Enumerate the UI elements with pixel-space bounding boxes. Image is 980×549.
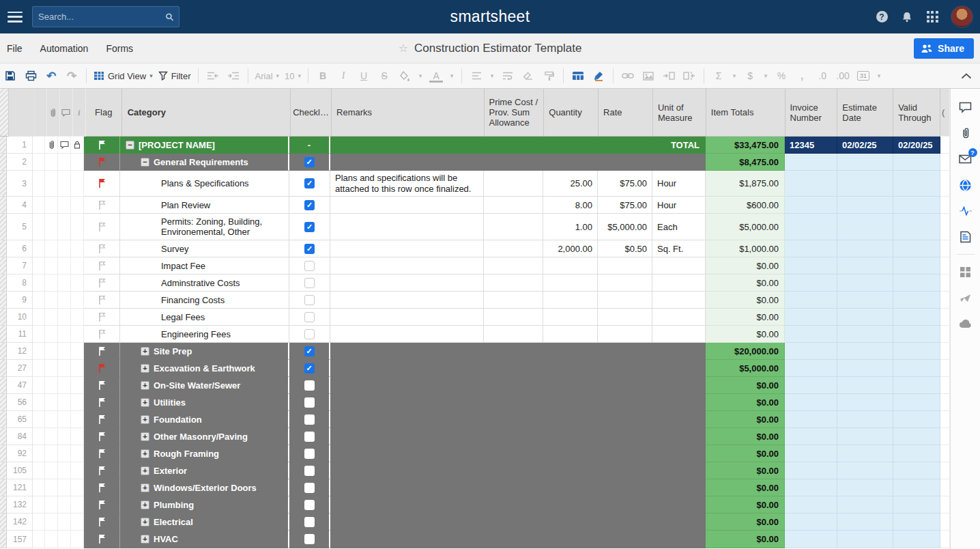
checklist-cell[interactable]: -	[289, 137, 330, 154]
prime-cost-cell[interactable]	[484, 154, 543, 171]
flag-cell[interactable]	[84, 326, 120, 343]
attachments-icon[interactable]	[957, 125, 974, 141]
checkbox-unchecked-icon[interactable]	[304, 278, 315, 288]
unit-of-measure-cell[interactable]	[652, 496, 706, 513]
prime-cost-cell[interactable]	[484, 428, 543, 445]
remarks-cell[interactable]	[330, 326, 484, 343]
remarks-cell[interactable]	[330, 257, 484, 274]
unit-of-measure-cell[interactable]	[652, 309, 706, 326]
estimate-date-cell[interactable]	[837, 326, 893, 343]
row-drag-handle[interactable]	[0, 326, 7, 343]
row-drag-handle[interactable]	[0, 428, 7, 445]
category-cell[interactable]: +Windows/Exterior Doors	[120, 479, 289, 496]
estimate-date-cell[interactable]	[837, 496, 893, 513]
remarks-cell[interactable]	[330, 137, 484, 154]
partial-column-cell[interactable]	[940, 531, 950, 548]
quantity-cell[interactable]	[543, 411, 598, 428]
rate-cell[interactable]: $5,000.00	[598, 214, 652, 240]
row-icon-cell[interactable]	[71, 292, 84, 309]
collapse-toggle-icon[interactable]: −	[126, 141, 134, 150]
header-invoice-number[interactable]: Invoice Number	[786, 89, 838, 137]
bold-icon[interactable]: B	[315, 67, 331, 85]
flag-cell[interactable]	[84, 214, 120, 240]
partial-column-cell[interactable]	[940, 496, 950, 513]
quantity-cell[interactable]	[543, 137, 598, 154]
row-icon-cell[interactable]	[45, 377, 58, 394]
item-total-cell[interactable]: $0.00	[706, 411, 785, 428]
share-button[interactable]: Share	[914, 38, 974, 59]
prime-cost-cell[interactable]	[484, 462, 543, 479]
quantity-cell[interactable]	[543, 154, 598, 171]
header-partial-column[interactable]: (	[940, 89, 950, 137]
row-number[interactable]: 92	[7, 445, 33, 462]
checkbox-unchecked-icon[interactable]	[304, 329, 315, 339]
row-icon-cell[interactable]	[45, 197, 58, 214]
row-icon-cell[interactable]	[58, 309, 71, 326]
prime-cost-cell[interactable]	[484, 531, 543, 548]
item-total-cell[interactable]: $0.00	[706, 496, 785, 513]
unit-of-measure-cell[interactable]	[652, 257, 706, 274]
checklist-cell[interactable]	[289, 274, 330, 292]
prime-cost-cell[interactable]	[484, 496, 543, 513]
remarks-cell[interactable]	[330, 292, 484, 309]
quantity-cell[interactable]: 2,000.00	[543, 240, 598, 257]
invoice-number-cell[interactable]	[785, 171, 837, 197]
valid-through-cell[interactable]	[893, 309, 940, 326]
partial-column-cell[interactable]	[940, 445, 950, 462]
row-icon-cell[interactable]	[71, 343, 84, 360]
row-icon-cell[interactable]	[71, 411, 84, 428]
unit-of-measure-cell[interactable]	[652, 343, 706, 360]
rate-cell[interactable]	[598, 411, 652, 428]
row-drag-handle[interactable]	[0, 309, 7, 326]
send-icon[interactable]	[957, 290, 974, 306]
row-drag-handle[interactable]	[0, 171, 7, 197]
row-spacer-cell[interactable]	[33, 171, 45, 197]
valid-through-cell[interactable]	[893, 154, 940, 171]
collapse-toggle-icon[interactable]: −	[141, 158, 149, 167]
quantity-cell[interactable]	[543, 360, 598, 377]
header-quantity[interactable]: Quantity	[544, 89, 599, 137]
quantity-cell[interactable]: 8.00	[543, 197, 598, 214]
row-icon-cell[interactable]	[45, 428, 58, 445]
rate-cell[interactable]	[598, 428, 652, 445]
row-icon-cell[interactable]	[71, 240, 84, 257]
category-cell[interactable]: Survey	[120, 240, 289, 257]
unit-of-measure-cell[interactable]	[652, 513, 706, 531]
category-cell[interactable]: +Foundation	[120, 411, 289, 428]
item-total-cell[interactable]: $20,000.00	[706, 343, 785, 360]
row-icon-cell[interactable]	[45, 171, 58, 197]
row-spacer-cell[interactable]	[33, 360, 45, 377]
category-cell[interactable]: Engineering Fees	[120, 326, 289, 343]
row-icon-cell[interactable]	[58, 411, 71, 428]
row-spacer-cell[interactable]	[33, 479, 45, 496]
row-spacer-cell[interactable]	[33, 240, 45, 257]
row-spacer-cell[interactable]	[33, 292, 45, 309]
checklist-cell[interactable]	[289, 257, 330, 274]
estimate-date-cell[interactable]	[837, 292, 893, 309]
unit-of-measure-cell[interactable]: Sq. Ft.	[652, 240, 706, 257]
row-icon-cell[interactable]	[58, 496, 71, 513]
expand-toggle-icon[interactable]: +	[141, 535, 149, 544]
quantity-cell[interactable]	[543, 394, 598, 411]
valid-through-cell[interactable]	[893, 214, 940, 240]
invoice-number-cell[interactable]	[785, 479, 837, 496]
unit-of-measure-cell[interactable]	[652, 411, 706, 428]
valid-through-cell[interactable]	[893, 496, 940, 513]
font-color-caret[interactable]: ▾	[448, 67, 455, 85]
quantity-cell[interactable]	[543, 343, 598, 360]
row-drag-handle[interactable]	[0, 513, 7, 531]
checkbox-checked-icon[interactable]: ✓	[304, 178, 315, 188]
row-drag-handle[interactable]	[0, 214, 7, 240]
row-icon-cell[interactable]	[58, 428, 71, 445]
invoice-number-cell[interactable]	[785, 445, 837, 462]
unit-of-measure-cell[interactable]: Each	[652, 214, 706, 240]
font-size-select[interactable]: 10▾	[282, 71, 304, 81]
item-total-cell[interactable]: $5,000.00	[706, 360, 785, 377]
row-number[interactable]: 3	[7, 171, 33, 197]
align-caret[interactable]: ▾	[489, 67, 495, 85]
rate-cell[interactable]	[598, 479, 652, 496]
category-cell[interactable]: −[PROJECT NAME]	[120, 137, 289, 154]
expand-toggle-icon[interactable]: +	[141, 483, 149, 492]
item-total-cell[interactable]: $0.00	[706, 531, 785, 548]
header-valid-through[interactable]: Valid Through	[893, 89, 940, 137]
